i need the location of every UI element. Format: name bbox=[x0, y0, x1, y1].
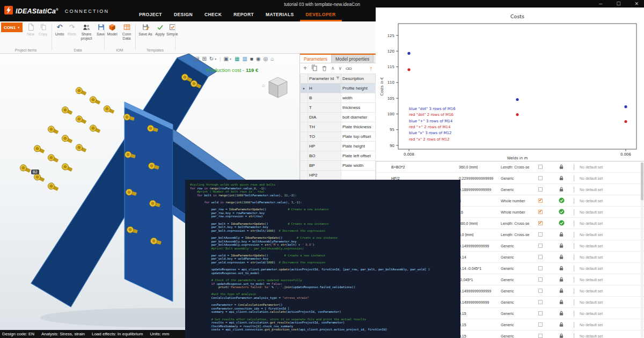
parameter-id-cell[interactable]: BP bbox=[308, 161, 341, 171]
navigation-cube[interactable]: ⌂ bbox=[262, 75, 290, 103]
model-button[interactable]: Model bbox=[106, 23, 118, 40]
undo-button[interactable]: ↶Undo bbox=[54, 23, 65, 40]
simple-button[interactable]: Simple bbox=[166, 23, 178, 36]
table-row[interactable]: TOPlate top offset bbox=[301, 132, 376, 142]
row-selector: ▸ bbox=[301, 84, 308, 93]
default-checkbox[interactable] bbox=[538, 322, 543, 327]
parameter-id-cell[interactable]: DIA bbox=[308, 113, 341, 122]
parameter-id-cell[interactable]: T bbox=[308, 103, 341, 113]
delete-icon[interactable] bbox=[321, 65, 327, 71]
conn-data-button[interactable]: Conn Data bbox=[119, 23, 135, 40]
parameter-description-cell[interactable] bbox=[341, 171, 376, 180]
new-button[interactable]: New bbox=[25, 23, 36, 36]
column-header-parameter-id[interactable]: Parameter Id bbox=[308, 74, 341, 84]
table-row[interactable]: THPlate thickness bbox=[301, 122, 376, 132]
section-icon[interactable]: ▣▼ bbox=[224, 55, 232, 63]
home-view-icon[interactable]: ⌂ bbox=[262, 83, 265, 88]
parameter-description-cell[interactable]: bolt diameter bbox=[341, 113, 376, 122]
menu-design[interactable]: DESIGN bbox=[168, 9, 199, 21]
tab-model-properties[interactable]: Model properties bbox=[332, 55, 374, 63]
member-label-chip[interactable]: B2 bbox=[31, 170, 39, 174]
orbit-icon[interactable]: ↻▼ bbox=[209, 55, 217, 63]
apply-button[interactable]: Apply bbox=[154, 23, 166, 36]
print-icon[interactable]: ▤ bbox=[194, 55, 199, 63]
menu-developer[interactable]: DEVELOPER bbox=[300, 9, 342, 21]
menu-project[interactable]: PROJECT bbox=[133, 9, 168, 21]
tab-parameters[interactable]: Parameters bbox=[300, 55, 332, 63]
table-row[interactable]: HP2 bbox=[301, 171, 376, 180]
parameter-description-cell[interactable]: thickness bbox=[341, 103, 376, 113]
default-checkbox[interactable] bbox=[538, 232, 543, 237]
redo-button[interactable]: ↷Redo bbox=[66, 23, 78, 40]
publish-icon[interactable]: ↑ bbox=[370, 65, 373, 71]
parameter-id-cell[interactable]: H bbox=[308, 84, 341, 93]
default-checkbox[interactable] bbox=[538, 187, 543, 192]
parameter-description-cell[interactable]: Profile height bbox=[341, 84, 376, 93]
table-row[interactable]: ▸HProfile height bbox=[301, 84, 376, 93]
camera-icon[interactable]: ◉ bbox=[256, 55, 261, 63]
workplane-icon[interactable]: ▦ bbox=[235, 55, 239, 63]
default-checkbox[interactable] bbox=[538, 244, 543, 248]
filter-icon[interactable] bbox=[336, 76, 340, 80]
parameter-id-cell[interactable]: BO bbox=[308, 151, 341, 161]
default-checkbox[interactable] bbox=[538, 311, 543, 315]
table-row[interactable]: Bwidth bbox=[301, 93, 376, 103]
view-cube-icon[interactable] bbox=[266, 75, 290, 103]
table-row[interactable]: BOPlate left offset bbox=[301, 151, 376, 161]
default-checkbox[interactable] bbox=[538, 176, 543, 180]
home-icon[interactable]: ⌂ bbox=[270, 55, 274, 63]
propgrid-scrollbar[interactable] bbox=[641, 163, 643, 337]
undo-icon: ↶ bbox=[57, 23, 63, 32]
parameter-id-cell[interactable]: TO bbox=[308, 132, 341, 142]
members-icon[interactable]: ▥ bbox=[242, 55, 247, 63]
default-checkbox[interactable]: ✔ bbox=[538, 199, 543, 203]
copy-button[interactable]: Copy bbox=[37, 23, 49, 36]
add-icon[interactable]: + bbox=[303, 65, 307, 71]
save-as-button[interactable]: Save As bbox=[137, 23, 153, 36]
parameter-description-cell[interactable]: width bbox=[341, 93, 376, 103]
parameter-description-cell[interactable]: Plate thickness bbox=[341, 122, 376, 132]
default-checkbox[interactable] bbox=[538, 334, 543, 338]
parameter-id-cell[interactable]: HP2 bbox=[308, 171, 341, 180]
link-icon[interactable] bbox=[346, 65, 352, 72]
share-button[interactable]: Share project bbox=[78, 23, 94, 40]
move-up-icon[interactable]: ∧ bbox=[331, 65, 335, 71]
parameter-description-cell[interactable]: Plate width bbox=[341, 161, 376, 171]
move-down-icon[interactable]: ∨ bbox=[339, 65, 342, 71]
solids-icon[interactable]: ■ bbox=[250, 55, 253, 63]
table-row[interactable]: HPPlate height bbox=[301, 142, 376, 151]
table-row[interactable]: Tthickness bbox=[301, 103, 376, 113]
minimize-button[interactable]: ─ bbox=[599, 1, 602, 6]
parameter-description-cell[interactable]: Plate left offset bbox=[341, 151, 376, 161]
default-checkbox[interactable] bbox=[538, 255, 543, 259]
duplicate-icon[interactable] bbox=[311, 64, 318, 72]
default-checkbox[interactable]: ✔ bbox=[538, 221, 543, 225]
parameter-description-cell[interactable]: Plate top offset bbox=[341, 132, 376, 142]
column-header-description[interactable]: Description bbox=[341, 74, 376, 84]
visibility-icon[interactable]: ◎ bbox=[264, 55, 268, 63]
parameter-id-cell[interactable]: B bbox=[308, 93, 341, 103]
connection-selector-button[interactable]: CON1▼ bbox=[1, 23, 23, 32]
default-checkbox[interactable] bbox=[538, 289, 543, 293]
table-row[interactable]: DIAbolt diameter bbox=[301, 113, 376, 122]
default-checkbox[interactable] bbox=[538, 266, 543, 270]
maximize-button[interactable]: ☐ bbox=[616, 1, 620, 6]
default-checkbox[interactable] bbox=[538, 165, 543, 169]
menu-materials[interactable]: MATERIALS bbox=[260, 9, 300, 21]
parameter-id-cell[interactable]: HP bbox=[308, 142, 341, 151]
menu-check[interactable]: CHECK bbox=[199, 9, 228, 21]
default-checkbox[interactable]: ✔ bbox=[538, 210, 543, 214]
close-button[interactable]: ✕ bbox=[634, 1, 639, 6]
table-row[interactable]: BPPlate width bbox=[301, 161, 376, 171]
fit-view-icon[interactable]: ⊞ bbox=[202, 55, 206, 63]
default-set-label: No default set bbox=[580, 300, 603, 304]
default-checkbox[interactable] bbox=[538, 300, 543, 304]
parameter-description-cell[interactable]: Plate height bbox=[341, 142, 376, 151]
parameter-id-cell[interactable]: TH bbox=[308, 122, 341, 132]
cell-separator bbox=[574, 277, 574, 283]
window-title: tutorial 03 with template-new.ideaCon bbox=[0, 2, 644, 7]
code-editor[interactable]: #cycling through welds with given rows a… bbox=[185, 180, 460, 338]
default-checkbox[interactable] bbox=[538, 277, 543, 282]
menu-report[interactable]: REPORT bbox=[228, 9, 260, 21]
property-row[interactable]: B+BO*2360,0 [mm]Length: Cross-seNo defau… bbox=[376, 161, 644, 173]
